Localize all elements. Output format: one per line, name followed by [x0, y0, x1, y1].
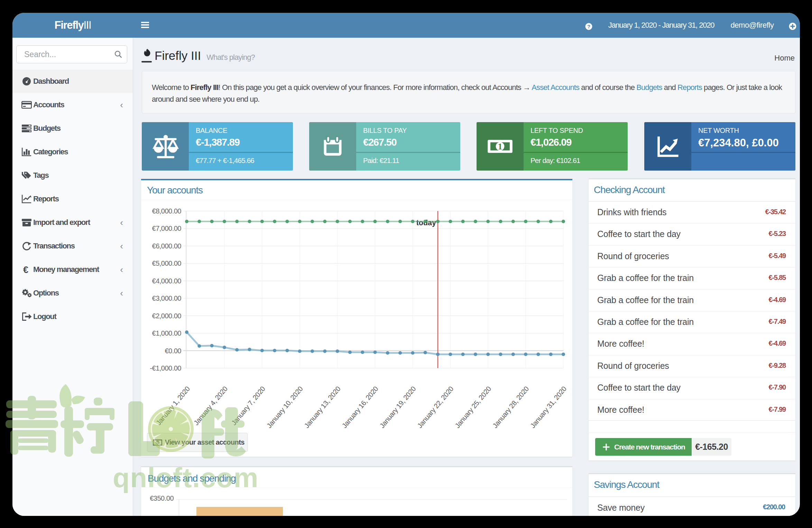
svg-text:January 28, 2020: January 28, 2020 — [491, 385, 530, 429]
svg-text:€8,000.00: €8,000.00 — [152, 207, 182, 215]
svg-text:€2,000.00: €2,000.00 — [152, 312, 182, 320]
svg-text:1: 1 — [157, 441, 158, 445]
svg-text:€: € — [23, 265, 28, 274]
svg-text:January 10, 2020: January 10, 2020 — [265, 385, 304, 429]
svg-text:?: ? — [587, 24, 590, 29]
svg-text:€1,000.00: €1,000.00 — [152, 329, 182, 337]
svg-text:January 1, 2020: January 1, 2020 — [155, 385, 191, 427]
svg-text:January 7, 2020: January 7, 2020 — [230, 385, 267, 427]
svg-text:€6,000.00: €6,000.00 — [152, 242, 182, 250]
svg-text:January 13, 2020: January 13, 2020 — [303, 385, 342, 429]
svg-text:January 22, 2020: January 22, 2020 — [416, 385, 455, 429]
svg-text:€0.00: €0.00 — [165, 347, 181, 355]
svg-text:January 31, 2020: January 31, 2020 — [529, 385, 568, 429]
svg-text:January 16, 2020: January 16, 2020 — [340, 385, 379, 429]
svg-text:-€1,000.00: -€1,000.00 — [150, 364, 181, 372]
svg-text:€5,000.00: €5,000.00 — [152, 260, 182, 267]
svg-text:1: 1 — [498, 142, 502, 152]
svg-text:January 25, 2020: January 25, 2020 — [453, 385, 492, 429]
svg-text:€4,000.00: €4,000.00 — [152, 277, 182, 285]
svg-text:January 19, 2020: January 19, 2020 — [378, 385, 417, 429]
svg-text:€7,000.00: €7,000.00 — [152, 225, 182, 232]
svg-text:€3,000.00: €3,000.00 — [152, 294, 182, 302]
svg-text:January 4, 2020: January 4, 2020 — [192, 385, 229, 427]
